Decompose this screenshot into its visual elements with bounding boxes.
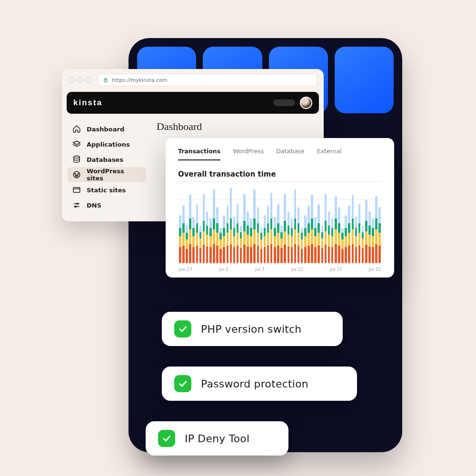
xaxis-tick: Jul 22 xyxy=(369,267,381,272)
feature-password-protection[interactable]: Password protection xyxy=(162,367,357,401)
lock-icon xyxy=(103,78,108,82)
bar-col xyxy=(192,217,195,263)
xaxis-tick: Jul 17 xyxy=(330,267,342,272)
bar-col xyxy=(260,228,263,263)
bar-col xyxy=(331,218,334,263)
bar-col xyxy=(213,189,215,263)
bar-col xyxy=(186,225,188,263)
check-icon xyxy=(174,375,191,392)
bar-col xyxy=(237,204,239,263)
bar-col xyxy=(250,218,252,263)
min-dot-icon[interactable] xyxy=(77,77,83,83)
app-topbar: kinsta xyxy=(67,92,319,114)
bar-col xyxy=(294,189,297,263)
check-icon xyxy=(158,430,175,447)
bar-col xyxy=(298,207,300,263)
tab-wordpress[interactable]: WordPress xyxy=(233,148,264,160)
topbar-toggle[interactable] xyxy=(273,99,295,106)
sidebar-item-dashboard[interactable]: Dashboard xyxy=(68,121,146,137)
sidebar-item-label: Static sites xyxy=(87,187,126,194)
bar-col xyxy=(341,228,344,263)
sidebar: DashboardApplicationsDatabasesWordPress … xyxy=(68,119,146,213)
bar-col xyxy=(368,211,371,263)
check-icon xyxy=(174,320,191,337)
sidebar-item-dns[interactable]: DNS xyxy=(68,198,146,213)
tab-database[interactable]: Database xyxy=(276,148,305,160)
bar-col xyxy=(358,204,361,263)
sidebar-item-label: DNS xyxy=(87,202,101,209)
bar-col xyxy=(223,215,225,263)
close-dot-icon[interactable] xyxy=(69,77,74,83)
chart-card: TransactionsWordPressDatabaseExternal Ov… xyxy=(166,138,394,278)
xaxis-tick: Jul 12 xyxy=(291,267,303,272)
bar-col xyxy=(314,217,317,263)
bar-col xyxy=(179,215,181,263)
svg-point-1 xyxy=(74,156,79,159)
browser-chrome: https://mykinsta.com xyxy=(62,69,324,92)
bar-col xyxy=(209,218,212,263)
xaxis-tick: Jun 27 xyxy=(179,267,192,272)
chart-tabs: TransactionsWordPressDatabaseExternal xyxy=(176,147,384,160)
bar-col xyxy=(182,206,185,263)
sidebar-item-label: WordPress sites xyxy=(87,168,141,182)
bar-col xyxy=(284,194,286,263)
bar-col xyxy=(240,226,242,263)
bar-col xyxy=(365,200,367,263)
wordpress-icon xyxy=(72,170,81,179)
feature-label: IP Deny Tool xyxy=(185,433,249,445)
bar-col xyxy=(264,215,266,263)
home-icon xyxy=(72,125,81,133)
bar-col xyxy=(375,196,377,263)
feature-label: Password protection xyxy=(201,378,308,390)
bar-col xyxy=(247,211,249,263)
brand-logo: kinsta xyxy=(73,98,102,108)
sidebar-item-label: Applications xyxy=(87,141,130,148)
bar-col xyxy=(257,207,259,263)
browser-icon xyxy=(72,186,81,194)
bar-col xyxy=(362,226,364,263)
bar-col xyxy=(355,217,357,263)
feature-label: PHP version switch xyxy=(201,323,301,335)
sidebar-item-databases[interactable]: Databases xyxy=(68,152,146,167)
bar-col xyxy=(233,217,236,263)
xaxis-tick: Jul 7 xyxy=(255,267,264,272)
address-text: https://mykinsta.com xyxy=(112,77,168,83)
address-bar[interactable]: https://mykinsta.com xyxy=(98,74,317,86)
feature-ip-deny-tool[interactable]: IP Deny Tool xyxy=(146,421,288,456)
svg-rect-3 xyxy=(73,188,80,193)
chart-title: Overall transaction time xyxy=(178,170,382,178)
tab-transactions[interactable]: Transactions xyxy=(178,148,220,160)
bar-col xyxy=(328,211,330,263)
bar-col xyxy=(199,226,202,263)
page-title: Dashboard xyxy=(157,120,318,133)
svg-rect-0 xyxy=(104,80,107,82)
bar-col xyxy=(189,195,191,263)
bar-col xyxy=(267,206,269,263)
bar-col xyxy=(301,228,303,263)
bar-col xyxy=(206,211,208,263)
bar-col xyxy=(196,204,198,263)
sidebar-item-applications[interactable]: Applications xyxy=(68,137,146,152)
bar-col xyxy=(325,194,327,263)
bar-col xyxy=(203,194,205,263)
max-dot-icon[interactable] xyxy=(86,77,91,83)
traffic-lights xyxy=(69,77,91,83)
bar-col xyxy=(270,193,273,263)
bar-col xyxy=(219,228,222,263)
avatar[interactable] xyxy=(300,97,312,109)
bar-col xyxy=(230,188,232,263)
tab-external[interactable]: External xyxy=(317,148,342,160)
bar-col xyxy=(378,207,381,263)
sidebar-item-wordpress-sites[interactable]: WordPress sites xyxy=(68,167,146,182)
bar-col xyxy=(317,204,320,263)
bar-col xyxy=(348,206,350,263)
chart-plot: Jun 27Jul 2Jul 7Jul 12Jul 17Jul 22 xyxy=(178,181,382,272)
feature-php-version-switch[interactable]: PHP version switch xyxy=(162,312,343,346)
bar-col xyxy=(304,215,307,263)
bar-col xyxy=(280,226,283,263)
bar-col xyxy=(335,196,337,263)
sidebar-item-static-sites[interactable]: Static sites xyxy=(68,182,146,198)
bar-col xyxy=(352,195,354,263)
sidebar-item-label: Databases xyxy=(87,156,123,163)
bar-col xyxy=(227,206,229,263)
